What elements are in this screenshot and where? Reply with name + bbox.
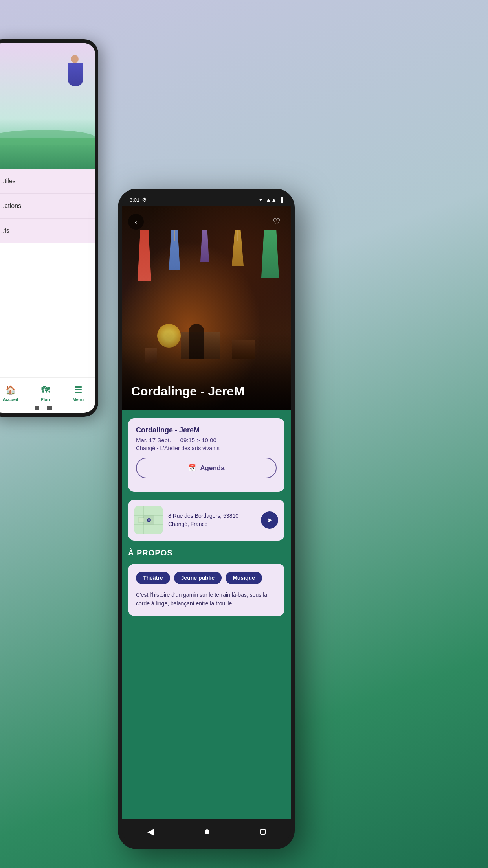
navigate-button[interactable]: ➤ bbox=[261, 511, 278, 529]
event-description: C'est l'histoire d'un gamin sur le terra… bbox=[136, 590, 277, 608]
left-nav-plan-label: Plan bbox=[41, 397, 50, 402]
svg-rect-6 bbox=[138, 518, 144, 522]
address-line-1: 8 Rue des Bordagers, 53810 bbox=[168, 512, 255, 520]
navigate-icon: ➤ bbox=[267, 516, 273, 524]
back-button[interactable]: ‹ bbox=[128, 214, 144, 230]
status-bar: 3:01 ⚙ ▼ ▲▲ ▐ bbox=[122, 193, 291, 206]
hero-section: Cordalinge - JereM ‹ ♡ bbox=[122, 206, 291, 410]
bottom-navigation: ◀ bbox=[122, 819, 291, 844]
map-thumbnail bbox=[134, 506, 163, 534]
event-card-title: Cordalinge - JereM bbox=[136, 426, 277, 434]
phone-left: ...tiles ...ations ...ts 🏠 Accueil 🗺 Pla… bbox=[0, 39, 98, 417]
system-back-button[interactable]: ◀ bbox=[147, 827, 154, 837]
nav-indicator-circle bbox=[35, 406, 39, 410]
agenda-button[interactable]: 📅 Agenda bbox=[136, 458, 277, 478]
left-menu-item-1[interactable]: ...tiles bbox=[0, 169, 95, 194]
map-icon: 🗺 bbox=[41, 385, 50, 395]
hanging-item-4 bbox=[261, 230, 279, 278]
event-venue: Changé - L'Atelier des arts vivants bbox=[136, 445, 277, 451]
left-nav-home[interactable]: 🏠 Accueil bbox=[3, 385, 18, 402]
menu-icon: ☰ bbox=[74, 385, 82, 395]
left-hero-image bbox=[0, 43, 95, 169]
location-card: 8 Rue des Bordagers, 53810 Changé, Franc… bbox=[128, 500, 284, 541]
nav-indicator-square bbox=[47, 406, 52, 410]
wire-3 bbox=[237, 230, 238, 241]
wire-1 bbox=[145, 230, 145, 241]
system-home-button[interactable] bbox=[205, 829, 209, 834]
phone-right-main: 3:01 ⚙ ▼ ▲▲ ▐ bbox=[118, 189, 295, 849]
left-menu-item-3[interactable]: ...ts bbox=[0, 219, 95, 243]
tags-row: Théâtre Jeune public Musique bbox=[136, 572, 277, 584]
event-date: Mar. 17 Sept. — 09:15 > 10:00 bbox=[136, 437, 277, 443]
tag-jeune-public[interactable]: Jeune public bbox=[174, 572, 222, 584]
svg-point-8 bbox=[148, 519, 150, 521]
battery-icon: ▐ bbox=[279, 197, 283, 203]
left-nav-home-label: Accueil bbox=[3, 397, 18, 402]
about-card: Théâtre Jeune public Musique C'est l'his… bbox=[128, 564, 284, 616]
about-section-title: À PROPOS bbox=[128, 548, 284, 557]
wire-2 bbox=[174, 230, 175, 241]
heart-icon: ♡ bbox=[273, 217, 281, 227]
settings-icon: ⚙ bbox=[142, 197, 147, 203]
signal-icon: ▲▲ bbox=[266, 197, 277, 203]
clothes-line bbox=[130, 230, 283, 230]
hero-event-title: Cordalinge - JereM bbox=[131, 384, 244, 399]
hanging-item-3 bbox=[200, 230, 209, 262]
calendar-icon: 📅 bbox=[188, 464, 196, 472]
left-nav-menu[interactable]: ☰ Menu bbox=[72, 385, 84, 402]
left-menu-content: ...tiles ...ations ...ts bbox=[0, 169, 95, 243]
home-icon: 🏠 bbox=[5, 385, 16, 395]
tag-musique[interactable]: Musique bbox=[226, 572, 262, 584]
content-area: Cordalinge - JereM Mar. 17 Sept. — 09:15… bbox=[122, 410, 291, 819]
system-recents-button[interactable] bbox=[260, 829, 266, 835]
tag-theatre[interactable]: Théâtre bbox=[136, 572, 170, 584]
left-menu-item-2[interactable]: ...ations bbox=[0, 194, 95, 219]
hero-gradient-overlay bbox=[122, 332, 291, 410]
wifi-icon: ▼ bbox=[258, 197, 264, 203]
left-nav-menu-label: Menu bbox=[72, 397, 84, 402]
agenda-button-label: Agenda bbox=[200, 464, 224, 472]
status-time: 3:01 bbox=[130, 197, 139, 203]
map-visual bbox=[134, 506, 163, 534]
favorite-button[interactable]: ♡ bbox=[269, 214, 284, 230]
event-info-card: Cordalinge - JereM Mar. 17 Sept. — 09:15… bbox=[128, 418, 284, 492]
left-nav-plan[interactable]: 🗺 Plan bbox=[41, 385, 50, 402]
location-text: 8 Rue des Bordagers, 53810 Changé, Franc… bbox=[168, 512, 255, 528]
address-line-2: Changé, France bbox=[168, 520, 255, 528]
